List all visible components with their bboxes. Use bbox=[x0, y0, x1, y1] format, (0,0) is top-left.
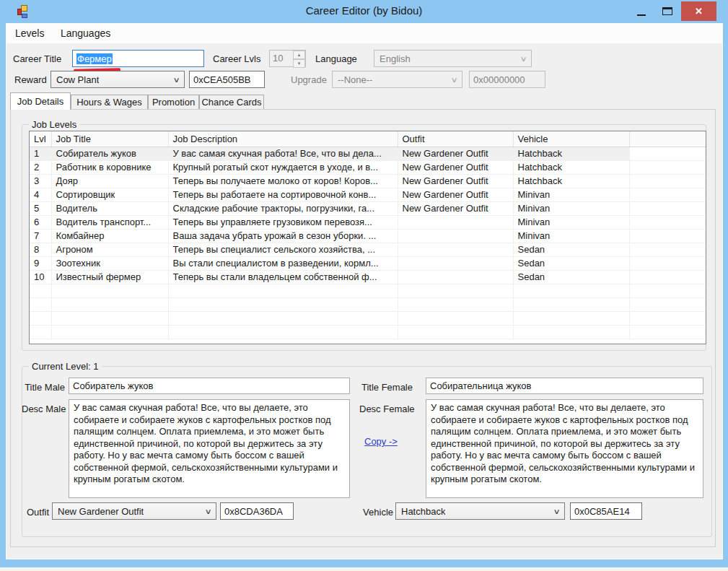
cell-description: Теперь вы специалист сельского хозяйства… bbox=[168, 243, 398, 256]
tab-promotion[interactable]: Promotion bbox=[148, 95, 199, 109]
cell-title: Зоотехник bbox=[51, 256, 168, 270]
cell-filler bbox=[629, 229, 706, 243]
menu-item-languages[interactable]: Languages bbox=[54, 24, 117, 43]
cell-lvl: 9 bbox=[30, 256, 51, 270]
career-title-input[interactable]: Фермер bbox=[72, 50, 204, 67]
table-row[interactable]: 5 Водитель Складские рабочие тракторы, п… bbox=[30, 201, 706, 215]
language-value: English bbox=[380, 53, 411, 64]
cell-filler bbox=[629, 270, 706, 284]
menu-item-levels[interactable]: Levels bbox=[9, 24, 51, 43]
desc-female-textarea[interactable]: У вас самая скучная работа! Все, что вы … bbox=[426, 399, 703, 498]
outfit-hex-input[interactable]: 0x8CDA36DA bbox=[220, 502, 294, 520]
col-header-vehicle[interactable]: Vehicle bbox=[513, 131, 629, 147]
desc-male-textarea[interactable]: У вас самая скучная работа! Все, что вы … bbox=[69, 399, 350, 498]
table-row[interactable]: 6 Водитель транспорт... Теперь вы управл… bbox=[30, 215, 706, 229]
tab-hours-wages[interactable]: Hours & Wages bbox=[71, 95, 148, 109]
table-row[interactable]: 2 Работник в коровнике Крупный рогатый с… bbox=[30, 160, 706, 174]
cell-filler bbox=[629, 215, 706, 229]
chevron-down-icon: ∨ bbox=[553, 507, 560, 515]
reward-select[interactable]: Cow Plant ∨ bbox=[51, 71, 185, 88]
career-lvls-value: 10 bbox=[270, 51, 293, 66]
language-select: English ∨ bbox=[374, 50, 532, 67]
cell-filler bbox=[629, 243, 706, 256]
cell-description: У вас самая скучная работа! Все, что вы … bbox=[168, 147, 398, 160]
title-male-input[interactable]: Собиратель жуков bbox=[69, 378, 350, 394]
upgrade-hex-input: 0x00000000 bbox=[469, 71, 545, 88]
title-female-label: Title Female bbox=[361, 382, 413, 393]
col-header-job-description[interactable]: Job Description bbox=[168, 131, 398, 147]
close-icon: ✕ bbox=[695, 6, 703, 17]
vehicle-value: Hatchback bbox=[401, 506, 445, 517]
cell-lvl: 10 bbox=[30, 270, 51, 284]
career-title-selected-text: Фермер bbox=[76, 53, 113, 64]
chevron-down-icon: ∨ bbox=[450, 76, 457, 84]
outfit-select[interactable]: New Gardener Outfit ∨ bbox=[52, 502, 216, 520]
cell-lvl: 6 bbox=[30, 215, 51, 229]
chevron-down-icon: ∨ bbox=[172, 76, 180, 84]
cell-vehicle: Hatchback bbox=[513, 160, 629, 174]
upgrade-select: --None-- ∨ bbox=[332, 71, 462, 88]
table-row[interactable]: 4 Сортировщик Теперь вы работаете на сор… bbox=[30, 188, 706, 201]
reward-value: Cow Plant bbox=[56, 74, 99, 85]
vehicle-hex-input[interactable]: 0x0C85AE14 bbox=[570, 502, 642, 520]
cell-lvl: 5 bbox=[30, 201, 51, 215]
tab-job-details[interactable]: Job Details bbox=[10, 92, 71, 110]
cell-filler bbox=[629, 188, 706, 201]
col-header-job-title[interactable]: Job Title bbox=[51, 131, 168, 147]
cell-vehicle: Hatchback bbox=[513, 147, 629, 160]
title-male-label: Title Male bbox=[22, 382, 65, 393]
col-header-lvl[interactable]: Lvl bbox=[30, 131, 51, 147]
empty-row bbox=[30, 297, 706, 311]
cell-description: Теперь вы управляете грузовиком перевозя… bbox=[168, 215, 398, 229]
table-row[interactable]: 1 Собиратель жуков У вас самая скучная р… bbox=[30, 147, 706, 160]
upgrade-label: Upgrade bbox=[291, 74, 327, 85]
table-header-row: Lvl Job Title Job Description Outfit Veh… bbox=[30, 131, 706, 147]
spinner-up-icon[interactable]: ▲ bbox=[293, 51, 305, 59]
table-row[interactable]: 3 Дояр Теперь вы получаете молоко от кор… bbox=[30, 174, 706, 188]
table-row[interactable]: 7 Комбайнер Ваша задача убрать урожай в … bbox=[30, 229, 706, 243]
cell-description: Крупный рогатый скот нуждается в уходе, … bbox=[168, 160, 398, 174]
table-row[interactable]: 9 Зоотехник Вы стали специалистом в разв… bbox=[30, 256, 706, 270]
copy-link[interactable]: Copy -> bbox=[364, 436, 398, 447]
chevron-down-icon: ∨ bbox=[519, 55, 527, 63]
minimize-button[interactable] bbox=[629, 0, 654, 23]
col-header-outfit[interactable]: Outfit bbox=[398, 131, 513, 147]
maximize-icon bbox=[662, 7, 672, 15]
vehicle-select[interactable]: Hatchback ∨ bbox=[395, 502, 565, 520]
cell-description: Вы стали специалистом в разведении, корм… bbox=[168, 256, 398, 270]
career-lvls-stepper[interactable]: 10 ▲ ▼ bbox=[269, 50, 306, 67]
cell-vehicle: Minivan bbox=[513, 188, 629, 201]
window-title: Career Editor (by Bidou) bbox=[0, 4, 728, 17]
cell-vehicle: Hatchback bbox=[513, 174, 629, 188]
cell-outfit: New Gardener Outfit bbox=[398, 160, 513, 174]
bottom-edge bbox=[0, 567, 728, 571]
cell-description: Теперь вы получаете молоко от коров! Кор… bbox=[168, 174, 398, 188]
cell-lvl: 7 bbox=[30, 229, 51, 243]
empty-row bbox=[30, 325, 706, 339]
reward-hex-input[interactable]: 0xCEA505BB bbox=[189, 71, 265, 88]
maximize-button[interactable] bbox=[655, 0, 680, 23]
close-button[interactable]: ✕ bbox=[681, 1, 716, 21]
spinner-down-icon[interactable]: ▼ bbox=[293, 59, 305, 68]
job-levels-grid[interactable]: Lvl Job Title Job Description Outfit Veh… bbox=[29, 131, 706, 344]
minimize-icon bbox=[637, 14, 646, 16]
cell-outfit: New Gardener Outfit bbox=[398, 147, 513, 160]
cell-filler bbox=[629, 160, 706, 174]
cell-outfit bbox=[398, 215, 513, 229]
table-row[interactable]: 10 Известный фермер Теперь вы стали влад… bbox=[30, 270, 706, 284]
cell-outfit: New Gardener Outfit bbox=[398, 201, 513, 215]
outfit-label: Outfit bbox=[14, 507, 49, 518]
table-row[interactable]: 8 Агроном Теперь вы специалист сельского… bbox=[30, 243, 706, 256]
titlebar: Career Editor (by Bidou) ✕ bbox=[0, 0, 728, 23]
chevron-down-icon: ∨ bbox=[204, 507, 211, 515]
cell-title: Сортировщик bbox=[51, 188, 168, 201]
cell-filler bbox=[629, 174, 706, 188]
app-window: Career Editor (by Bidou) ✕ Levels Langua… bbox=[0, 0, 728, 571]
reward-label: Reward bbox=[14, 74, 47, 85]
empty-row bbox=[30, 311, 706, 325]
outfit-value: New Gardener Outfit bbox=[58, 506, 144, 517]
language-label: Language bbox=[315, 53, 357, 64]
tab-chance-cards[interactable]: Chance Cards bbox=[199, 95, 264, 109]
title-female-input[interactable]: Собирательница жуков bbox=[426, 378, 703, 394]
cell-filler bbox=[629, 201, 706, 215]
